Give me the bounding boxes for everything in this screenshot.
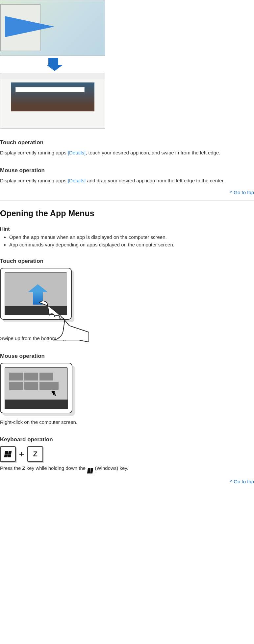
plus-icon: + <box>19 449 24 459</box>
divider <box>0 200 254 201</box>
keyboard-caption: Press the Z key while holding down the (… <box>0 465 254 473</box>
mouse-operation-heading: Mouse operation <box>0 167 254 174</box>
mouse-operation-heading: Mouse operation <box>0 353 254 359</box>
details-link[interactable]: [Details] <box>68 150 86 155</box>
switch-apps-illustration <box>0 0 107 129</box>
text: Display currently running apps <box>0 150 68 155</box>
hint-list: Open the app menus when an app is displa… <box>0 234 254 247</box>
text: (Windows) key. <box>93 465 128 471</box>
text: and drag your desired app icon from the … <box>86 178 225 183</box>
hint-label: Hint <box>0 226 254 232</box>
text: , touch your desired app icon, and swipe… <box>86 150 220 155</box>
text: key while holding down the <box>25 465 87 471</box>
touch-operation-heading: Touch operation <box>0 139 254 146</box>
screenshot-bing <box>0 73 105 129</box>
mouse-operation-text: Display currently running apps [Details]… <box>0 177 254 185</box>
go-to-top-link[interactable]: ^ Go to top <box>230 190 254 195</box>
screenshot-map <box>0 0 105 56</box>
right-click-illustration <box>0 363 76 417</box>
arrow-right-icon <box>5 16 54 37</box>
hint-item: App commands vary depending on apps disp… <box>9 242 254 247</box>
touch-operation-text: Display currently running apps [Details]… <box>0 149 254 157</box>
arrow-down-icon <box>47 58 60 71</box>
keyboard-operation-heading: Keyboard operation <box>0 436 254 443</box>
keyboard-shortcut-illustration: + Z <box>0 446 254 462</box>
touch-operation-heading: Touch operation <box>0 258 254 264</box>
bold-key: Z <box>22 465 25 471</box>
text: Display currently running apps <box>0 178 68 183</box>
hand-icon <box>33 299 89 342</box>
swipe-up-illustration <box>0 268 76 333</box>
windows-logo-icon <box>87 468 93 473</box>
z-key-icon: Z <box>27 446 43 462</box>
hint-item: Open the app menus when an app is displa… <box>9 234 254 240</box>
go-to-top-link[interactable]: ^ Go to top <box>230 479 254 484</box>
text: Press the <box>0 465 22 471</box>
windows-key-icon <box>0 446 16 462</box>
mouse-caption: Right-click on the computer screen. <box>0 419 254 426</box>
details-link[interactable]: [Details] <box>68 178 86 183</box>
section-heading-opening-app-menus: Opening the App Menus <box>0 209 254 218</box>
